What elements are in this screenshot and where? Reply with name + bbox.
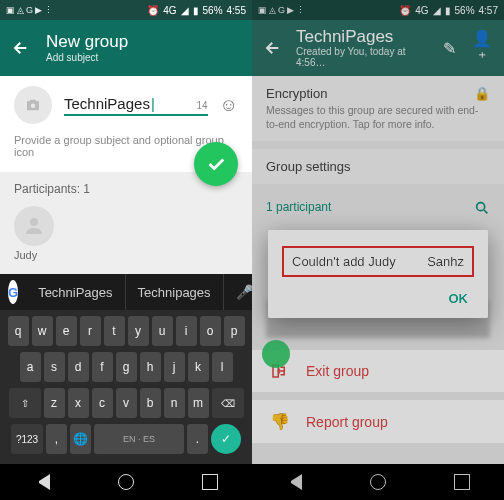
key-c[interactable]: c [92, 388, 113, 418]
key-t[interactable]: t [104, 316, 125, 346]
key-m[interactable]: m [188, 388, 209, 418]
participants-header: 1 participant [252, 192, 504, 220]
key-⌫[interactable]: ⌫ [212, 388, 244, 418]
key-z[interactable]: z [44, 388, 65, 418]
avatar-icon [14, 206, 54, 246]
header-title: New group [46, 33, 128, 52]
edit-icon[interactable]: ✎ [441, 39, 458, 58]
dialog-message: Couldn't add JudySanhz [282, 246, 474, 277]
svg-point-0 [31, 104, 36, 109]
dialog-ok-button[interactable]: OK [282, 277, 474, 310]
nav-bar [252, 464, 504, 500]
lock-icon: 🔒 [474, 86, 490, 101]
add-participant-icon[interactable]: 👤⁺ [472, 29, 492, 67]
status-bar: ▣◬G▶⋮ ⏰4G◢▮ 56%4:55 [0, 0, 252, 20]
key-n[interactable]: n [164, 388, 185, 418]
key-i[interactable]: i [176, 316, 197, 346]
key-q[interactable]: q [8, 316, 29, 346]
key-g[interactable]: g [116, 352, 137, 382]
app-bar: TechniPages Created by You, today at 4:5… [252, 20, 504, 76]
nav-back[interactable] [286, 474, 302, 490]
key-d[interactable]: d [68, 352, 89, 382]
back-icon[interactable] [264, 39, 282, 57]
subject-row: TechniPages 14 ☺ [0, 76, 252, 128]
key-x[interactable]: x [68, 388, 89, 418]
mic-icon[interactable]: 🎤 [224, 284, 252, 300]
suggestion-2[interactable]: Technipages [126, 274, 224, 310]
google-icon[interactable]: G [8, 280, 18, 304]
app-bar: New group Add subject [0, 20, 252, 76]
suggestion-1[interactable]: TechniPages [26, 274, 125, 310]
nav-home[interactable] [118, 474, 134, 490]
key-u[interactable]: u [152, 316, 173, 346]
camera-icon[interactable] [14, 86, 52, 124]
char-count: 14 [196, 100, 207, 111]
key-s[interactable]: s [44, 352, 65, 382]
key-y[interactable]: y [128, 316, 149, 346]
header-subtitle: Created by You, today at 4:56… [296, 46, 413, 68]
suggestion-bar: G TechniPages Technipages 🎤 [0, 274, 252, 310]
key-.[interactable]: . [187, 424, 208, 454]
fab-placeholder [262, 340, 290, 368]
key-,[interactable]: , [46, 424, 67, 454]
key-e[interactable]: e [56, 316, 77, 346]
status-bar: ▣◬G▶⋮ ⏰4G◢▮ 56%4:57 [252, 0, 504, 20]
confirm-fab[interactable] [194, 142, 238, 186]
nav-back[interactable] [34, 474, 50, 490]
key-✓[interactable]: ✓ [211, 424, 241, 454]
phone-left: ▣◬G▶⋮ ⏰4G◢▮ 56%4:55 New group Add subjec… [0, 0, 252, 500]
nav-recent[interactable] [202, 474, 218, 490]
subject-input[interactable]: TechniPages 14 [64, 95, 208, 116]
header-title: TechniPages [296, 28, 413, 47]
key-a[interactable]: a [20, 352, 41, 382]
key-EN · ES[interactable]: EN · ES [94, 424, 184, 454]
key-?123[interactable]: ?123 [11, 424, 43, 454]
encryption-section[interactable]: Encryption🔒 Messages to this group are s… [252, 76, 504, 141]
nav-home[interactable] [370, 474, 386, 490]
emoji-icon[interactable]: ☺ [220, 95, 238, 116]
svg-point-2 [477, 203, 485, 211]
key-j[interactable]: j [164, 352, 185, 382]
key-h[interactable]: h [140, 352, 161, 382]
phone-right: ▣◬G▶⋮ ⏰4G◢▮ 56%4:57 TechniPages Created … [252, 0, 504, 500]
key-b[interactable]: b [140, 388, 161, 418]
key-⇧[interactable]: ⇧ [9, 388, 41, 418]
back-icon[interactable] [12, 39, 32, 57]
key-🌐[interactable]: 🌐 [70, 424, 91, 454]
key-v[interactable]: v [116, 388, 137, 418]
key-r[interactable]: r [80, 316, 101, 346]
group-settings-section[interactable]: Group settings [252, 149, 504, 184]
participants-count: Participants: 1 [14, 182, 238, 196]
key-p[interactable]: p [224, 316, 245, 346]
key-l[interactable]: l [212, 352, 233, 382]
exit-group-row[interactable]: Exit group [252, 350, 504, 392]
keyboard[interactable]: G TechniPages Technipages 🎤 qwertyuiop a… [0, 274, 252, 500]
key-f[interactable]: f [92, 352, 113, 382]
svg-point-1 [30, 218, 38, 226]
search-icon[interactable] [474, 200, 490, 216]
key-w[interactable]: w [32, 316, 53, 346]
header-subtitle: Add subject [46, 52, 128, 63]
nav-recent[interactable] [454, 474, 470, 490]
nav-bar [0, 464, 252, 500]
participant-item[interactable]: Judy [14, 206, 238, 261]
thumbs-down-icon: 👎 [270, 412, 290, 431]
key-o[interactable]: o [200, 316, 221, 346]
report-group-row[interactable]: 👎 Report group [252, 400, 504, 443]
key-k[interactable]: k [188, 352, 209, 382]
error-dialog: Couldn't add JudySanhz OK [268, 230, 488, 318]
